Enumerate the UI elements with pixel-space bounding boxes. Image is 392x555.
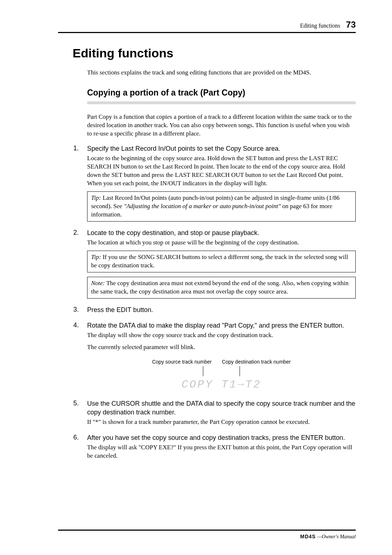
step-2-head: Locate to the copy destination, and stop… — [87, 229, 356, 237]
diagram-pointer-left — [203, 366, 203, 376]
step-4-body1: The display will show the copy source tr… — [87, 331, 356, 340]
step-2: Locate to the copy destination, and stop… — [73, 229, 356, 299]
tip-label: Tip: — [91, 254, 101, 260]
diagram-segment-text: COPY T1→T2 — [87, 378, 356, 391]
note-text: The copy destination area must not exten… — [91, 280, 348, 295]
step-5-body: If "*" is shown for a track number param… — [87, 418, 356, 426]
tip-reference: "Adjusting the location of a marker or a… — [124, 203, 281, 210]
diagram-right-label: Copy destination track number — [222, 359, 291, 365]
footer-rule — [58, 530, 356, 531]
step-6: After you have set the copy source and c… — [73, 434, 356, 460]
step-3-head: Press the EDIT button. — [87, 306, 356, 314]
tip-label: Tip: — [91, 194, 101, 201]
step-1-body: Locate to the beginning of the copy sour… — [87, 154, 356, 188]
step-5-head: Use the CURSOR shuttle and the DATA dial… — [87, 400, 356, 417]
step-4: Rotate the DATA dial to make the display… — [73, 321, 356, 391]
step-1-head: Specify the Last Record In/Out points to… — [87, 145, 356, 153]
step-2-tip: Tip: If you use the SONG SEARCH buttons … — [87, 251, 356, 272]
page-header: Editing functions 73 — [58, 20, 356, 30]
header-rule — [58, 32, 356, 33]
subsection-intro: Part Copy is a function that copies a po… — [87, 113, 356, 138]
step-1-tip: Tip: Last Record In/Out points (auto pun… — [87, 191, 356, 222]
subsection-rule — [87, 101, 356, 104]
steps-list: Specify the Last Record In/Out points to… — [73, 145, 356, 461]
header-page-number: 73 — [346, 20, 356, 30]
step-2-note: Note: The copy destination area must not… — [87, 277, 356, 299]
section-title: Editing functions — [73, 46, 356, 60]
diagram-pointer-right — [240, 366, 240, 376]
subsection-title: Copying a portion of a track (Part Copy) — [87, 88, 356, 98]
step-1: Specify the Last Record In/Out points to… — [73, 145, 356, 222]
step-5: Use the CURSOR shuttle and the DATA dial… — [73, 400, 356, 426]
section-intro: This sections explains the track and son… — [87, 68, 356, 77]
note-label: Note: — [91, 280, 105, 287]
copy-diagram: Copy source track number Copy destinatio… — [87, 359, 356, 391]
tip-text: If you use the SONG SEARCH buttons to se… — [91, 254, 348, 269]
step-4-body2: The currently selected parameter will bl… — [87, 343, 356, 352]
step-6-head: After you have set the copy source and c… — [87, 434, 356, 442]
step-2-body: The location at which you stop or pause … — [87, 239, 356, 247]
step-3: Press the EDIT button. — [73, 306, 356, 314]
page-footer: MD4S—Owner's Manual — [58, 530, 356, 540]
footer-brand: MD4S — [300, 534, 316, 539]
footer-rest: —Owner's Manual — [317, 534, 356, 539]
diagram-left-label: Copy source track number — [152, 359, 212, 365]
step-4-head: Rotate the DATA dial to make the display… — [87, 321, 356, 330]
step-6-body: The display will ask "COPY EXE?" If you … — [87, 443, 356, 460]
header-section-name: Editing functions — [300, 23, 340, 29]
